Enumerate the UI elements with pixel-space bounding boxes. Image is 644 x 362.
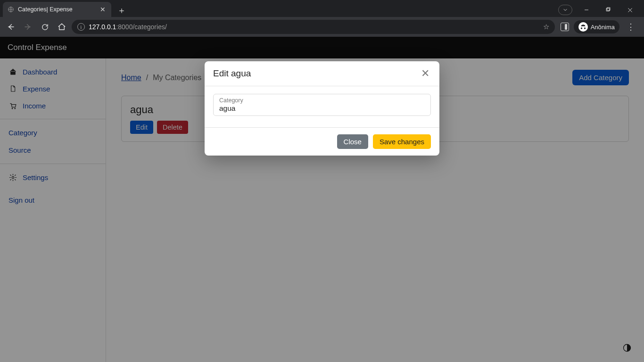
browser-tab[interactable]: Categories| Expense ✕: [3, 2, 111, 17]
chevron-down-icon: [562, 7, 568, 13]
incognito-label: Anônima: [591, 24, 615, 31]
new-tab-button[interactable]: ＋: [115, 4, 128, 17]
side-panel-icon[interactable]: [561, 23, 569, 31]
app-viewport: Control Expense Dashboard Ex: [0, 37, 644, 362]
bookmark-star-icon[interactable]: ☆: [543, 23, 549, 31]
tab-strip: Categories| Expense ✕ ＋: [0, 0, 644, 17]
address-bar[interactable]: i 127.0.0.1:8000/categories/ ☆: [72, 20, 555, 34]
edit-category-modal: Edit agua ✕ Category agua Close Save cha…: [205, 61, 439, 156]
category-input-wrapper[interactable]: Category agua: [213, 94, 431, 116]
modal-header: Edit agua ✕: [205, 61, 439, 86]
url-text: 127.0.0.1:8000/categories/: [89, 23, 167, 31]
modal-save-button[interactable]: Save changes: [373, 134, 431, 149]
modal-footer: Close Save changes: [205, 127, 439, 156]
reload-icon: [41, 23, 49, 31]
site-info-icon[interactable]: i: [77, 23, 85, 31]
window-minimize-button[interactable]: [576, 3, 597, 17]
svg-rect-1: [607, 8, 610, 11]
incognito-icon: [578, 22, 588, 32]
arrow-right-icon: [24, 23, 32, 31]
window-controls: [558, 3, 644, 17]
modal-close-icon[interactable]: ✕: [420, 68, 431, 79]
nav-back-button[interactable]: [4, 20, 18, 34]
tab-close-icon[interactable]: ✕: [99, 6, 107, 13]
modal-body: Category agua: [205, 86, 439, 127]
modal-wrapper: Edit agua ✕ Category agua Close Save cha…: [0, 37, 644, 362]
browser-chrome: Categories| Expense ✕ ＋: [0, 0, 644, 37]
maximize-icon: [605, 7, 611, 13]
svg-rect-2: [607, 8, 610, 10]
home-outline-icon: [58, 23, 66, 31]
category-input-label: Category: [219, 97, 425, 104]
window-close-button[interactable]: [619, 3, 640, 17]
window-maximize-button[interactable]: [598, 3, 619, 17]
arrow-left-icon: [7, 23, 15, 31]
modal-close-button[interactable]: Close: [337, 134, 368, 149]
url-host: 127.0.0.1: [89, 23, 116, 31]
browser-toolbar: i 127.0.0.1:8000/categories/ ☆ Anônima ⋮: [0, 17, 644, 37]
tab-search-button[interactable]: [558, 5, 572, 15]
incognito-badge[interactable]: Anônima: [574, 20, 619, 33]
category-input-value[interactable]: agua: [219, 104, 425, 113]
minimize-icon: [584, 7, 589, 13]
nav-forward-button: [21, 20, 35, 34]
url-path: /categories/: [132, 23, 166, 31]
close-icon: [627, 7, 633, 13]
tab-title: Categories| Expense: [18, 6, 95, 13]
toolbar-right-cluster: Anônima ⋮: [558, 20, 640, 33]
globe-icon: [8, 6, 14, 13]
modal-title: Edit agua: [213, 68, 251, 79]
nav-reload-button[interactable]: [38, 20, 52, 34]
url-port: :8000: [116, 23, 132, 31]
browser-menu-button[interactable]: ⋮: [624, 22, 637, 32]
nav-home-button[interactable]: [55, 20, 69, 34]
